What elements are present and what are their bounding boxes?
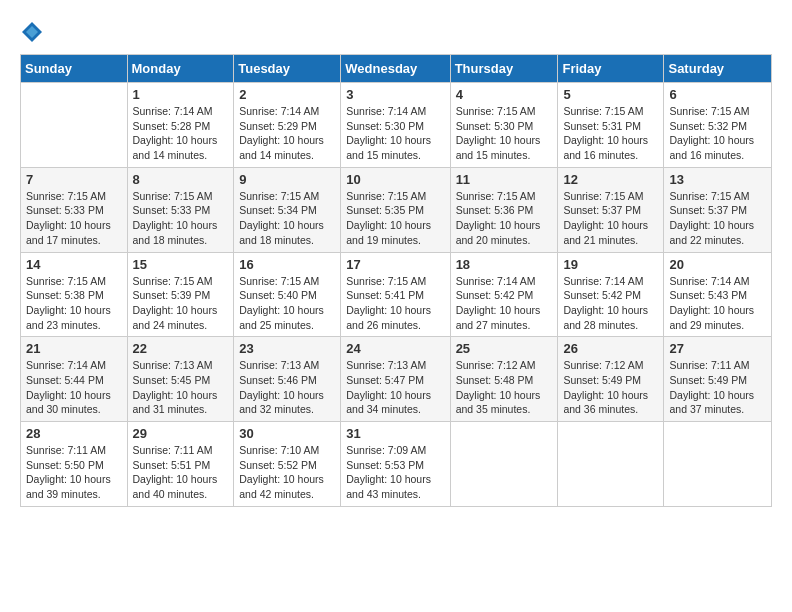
calendar-week-row: 7Sunrise: 7:15 AM Sunset: 5:33 PM Daylig… xyxy=(21,167,772,252)
day-number: 1 xyxy=(133,87,229,102)
calendar-cell: 4Sunrise: 7:15 AM Sunset: 5:30 PM Daylig… xyxy=(450,83,558,168)
day-number: 3 xyxy=(346,87,444,102)
day-info: Sunrise: 7:15 AM Sunset: 5:30 PM Dayligh… xyxy=(456,104,553,163)
day-number: 18 xyxy=(456,257,553,272)
day-number: 30 xyxy=(239,426,335,441)
logo-icon xyxy=(20,20,44,44)
calendar-cell: 26Sunrise: 7:12 AM Sunset: 5:49 PM Dayli… xyxy=(558,337,664,422)
calendar-cell: 9Sunrise: 7:15 AM Sunset: 5:34 PM Daylig… xyxy=(234,167,341,252)
day-number: 19 xyxy=(563,257,658,272)
day-info: Sunrise: 7:14 AM Sunset: 5:30 PM Dayligh… xyxy=(346,104,444,163)
day-info: Sunrise: 7:14 AM Sunset: 5:42 PM Dayligh… xyxy=(563,274,658,333)
day-info: Sunrise: 7:15 AM Sunset: 5:37 PM Dayligh… xyxy=(669,189,766,248)
column-header-wednesday: Wednesday xyxy=(341,55,450,83)
day-info: Sunrise: 7:14 AM Sunset: 5:29 PM Dayligh… xyxy=(239,104,335,163)
day-info: Sunrise: 7:13 AM Sunset: 5:45 PM Dayligh… xyxy=(133,358,229,417)
calendar-cell: 8Sunrise: 7:15 AM Sunset: 5:33 PM Daylig… xyxy=(127,167,234,252)
calendar-cell: 28Sunrise: 7:11 AM Sunset: 5:50 PM Dayli… xyxy=(21,422,128,507)
day-number: 15 xyxy=(133,257,229,272)
day-number: 2 xyxy=(239,87,335,102)
day-info: Sunrise: 7:14 AM Sunset: 5:42 PM Dayligh… xyxy=(456,274,553,333)
calendar-cell: 24Sunrise: 7:13 AM Sunset: 5:47 PM Dayli… xyxy=(341,337,450,422)
calendar-cell: 7Sunrise: 7:15 AM Sunset: 5:33 PM Daylig… xyxy=(21,167,128,252)
calendar-cell: 6Sunrise: 7:15 AM Sunset: 5:32 PM Daylig… xyxy=(664,83,772,168)
day-info: Sunrise: 7:13 AM Sunset: 5:46 PM Dayligh… xyxy=(239,358,335,417)
day-info: Sunrise: 7:15 AM Sunset: 5:34 PM Dayligh… xyxy=(239,189,335,248)
calendar-cell: 19Sunrise: 7:14 AM Sunset: 5:42 PM Dayli… xyxy=(558,252,664,337)
day-number: 17 xyxy=(346,257,444,272)
page-header xyxy=(20,20,772,44)
calendar-cell xyxy=(450,422,558,507)
calendar-cell: 27Sunrise: 7:11 AM Sunset: 5:49 PM Dayli… xyxy=(664,337,772,422)
day-number: 8 xyxy=(133,172,229,187)
day-number: 28 xyxy=(26,426,122,441)
day-number: 6 xyxy=(669,87,766,102)
day-number: 12 xyxy=(563,172,658,187)
day-info: Sunrise: 7:15 AM Sunset: 5:41 PM Dayligh… xyxy=(346,274,444,333)
day-info: Sunrise: 7:09 AM Sunset: 5:53 PM Dayligh… xyxy=(346,443,444,502)
day-number: 13 xyxy=(669,172,766,187)
day-number: 31 xyxy=(346,426,444,441)
calendar-week-row: 1Sunrise: 7:14 AM Sunset: 5:28 PM Daylig… xyxy=(21,83,772,168)
day-info: Sunrise: 7:14 AM Sunset: 5:43 PM Dayligh… xyxy=(669,274,766,333)
column-header-thursday: Thursday xyxy=(450,55,558,83)
day-info: Sunrise: 7:13 AM Sunset: 5:47 PM Dayligh… xyxy=(346,358,444,417)
calendar-cell: 16Sunrise: 7:15 AM Sunset: 5:40 PM Dayli… xyxy=(234,252,341,337)
day-info: Sunrise: 7:10 AM Sunset: 5:52 PM Dayligh… xyxy=(239,443,335,502)
calendar-cell: 10Sunrise: 7:15 AM Sunset: 5:35 PM Dayli… xyxy=(341,167,450,252)
day-number: 20 xyxy=(669,257,766,272)
day-number: 26 xyxy=(563,341,658,356)
calendar-cell: 31Sunrise: 7:09 AM Sunset: 5:53 PM Dayli… xyxy=(341,422,450,507)
calendar-cell: 21Sunrise: 7:14 AM Sunset: 5:44 PM Dayli… xyxy=(21,337,128,422)
day-info: Sunrise: 7:11 AM Sunset: 5:50 PM Dayligh… xyxy=(26,443,122,502)
calendar-cell: 22Sunrise: 7:13 AM Sunset: 5:45 PM Dayli… xyxy=(127,337,234,422)
day-number: 14 xyxy=(26,257,122,272)
day-info: Sunrise: 7:15 AM Sunset: 5:40 PM Dayligh… xyxy=(239,274,335,333)
calendar-cell: 5Sunrise: 7:15 AM Sunset: 5:31 PM Daylig… xyxy=(558,83,664,168)
day-info: Sunrise: 7:15 AM Sunset: 5:35 PM Dayligh… xyxy=(346,189,444,248)
column-header-sunday: Sunday xyxy=(21,55,128,83)
day-number: 11 xyxy=(456,172,553,187)
calendar-cell: 25Sunrise: 7:12 AM Sunset: 5:48 PM Dayli… xyxy=(450,337,558,422)
column-header-friday: Friday xyxy=(558,55,664,83)
calendar-cell: 3Sunrise: 7:14 AM Sunset: 5:30 PM Daylig… xyxy=(341,83,450,168)
day-info: Sunrise: 7:15 AM Sunset: 5:33 PM Dayligh… xyxy=(26,189,122,248)
calendar-cell xyxy=(558,422,664,507)
day-number: 9 xyxy=(239,172,335,187)
calendar-cell: 15Sunrise: 7:15 AM Sunset: 5:39 PM Dayli… xyxy=(127,252,234,337)
logo xyxy=(20,20,46,44)
day-info: Sunrise: 7:14 AM Sunset: 5:44 PM Dayligh… xyxy=(26,358,122,417)
calendar-cell: 14Sunrise: 7:15 AM Sunset: 5:38 PM Dayli… xyxy=(21,252,128,337)
calendar-cell: 20Sunrise: 7:14 AM Sunset: 5:43 PM Dayli… xyxy=(664,252,772,337)
day-number: 10 xyxy=(346,172,444,187)
calendar-cell: 29Sunrise: 7:11 AM Sunset: 5:51 PM Dayli… xyxy=(127,422,234,507)
column-header-tuesday: Tuesday xyxy=(234,55,341,83)
calendar-cell xyxy=(21,83,128,168)
calendar-cell: 13Sunrise: 7:15 AM Sunset: 5:37 PM Dayli… xyxy=(664,167,772,252)
calendar-cell: 18Sunrise: 7:14 AM Sunset: 5:42 PM Dayli… xyxy=(450,252,558,337)
column-header-saturday: Saturday xyxy=(664,55,772,83)
day-info: Sunrise: 7:15 AM Sunset: 5:37 PM Dayligh… xyxy=(563,189,658,248)
calendar-cell: 30Sunrise: 7:10 AM Sunset: 5:52 PM Dayli… xyxy=(234,422,341,507)
day-info: Sunrise: 7:14 AM Sunset: 5:28 PM Dayligh… xyxy=(133,104,229,163)
day-number: 23 xyxy=(239,341,335,356)
day-info: Sunrise: 7:15 AM Sunset: 5:31 PM Dayligh… xyxy=(563,104,658,163)
day-info: Sunrise: 7:12 AM Sunset: 5:49 PM Dayligh… xyxy=(563,358,658,417)
day-number: 16 xyxy=(239,257,335,272)
day-number: 22 xyxy=(133,341,229,356)
calendar-cell: 17Sunrise: 7:15 AM Sunset: 5:41 PM Dayli… xyxy=(341,252,450,337)
calendar-week-row: 28Sunrise: 7:11 AM Sunset: 5:50 PM Dayli… xyxy=(21,422,772,507)
day-number: 24 xyxy=(346,341,444,356)
day-info: Sunrise: 7:15 AM Sunset: 5:39 PM Dayligh… xyxy=(133,274,229,333)
calendar-table: SundayMondayTuesdayWednesdayThursdayFrid… xyxy=(20,54,772,507)
calendar-header-row: SundayMondayTuesdayWednesdayThursdayFrid… xyxy=(21,55,772,83)
calendar-cell: 12Sunrise: 7:15 AM Sunset: 5:37 PM Dayli… xyxy=(558,167,664,252)
day-info: Sunrise: 7:11 AM Sunset: 5:49 PM Dayligh… xyxy=(669,358,766,417)
calendar-cell: 11Sunrise: 7:15 AM Sunset: 5:36 PM Dayli… xyxy=(450,167,558,252)
day-number: 4 xyxy=(456,87,553,102)
day-number: 7 xyxy=(26,172,122,187)
day-number: 29 xyxy=(133,426,229,441)
day-info: Sunrise: 7:15 AM Sunset: 5:36 PM Dayligh… xyxy=(456,189,553,248)
column-header-monday: Monday xyxy=(127,55,234,83)
day-info: Sunrise: 7:11 AM Sunset: 5:51 PM Dayligh… xyxy=(133,443,229,502)
